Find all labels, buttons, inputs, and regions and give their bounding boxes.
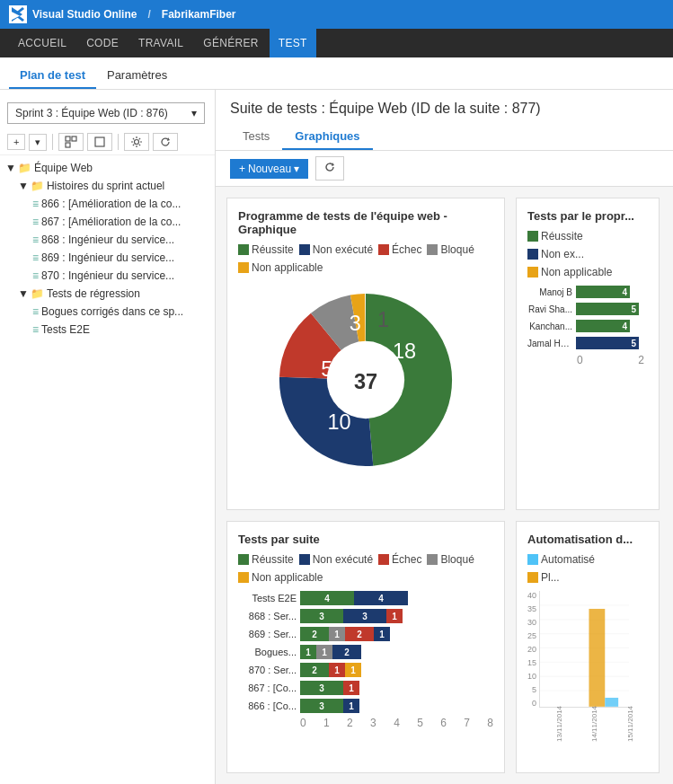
svg-rect-7 [95,137,104,146]
seg-red: 1 [343,681,359,695]
nav-travail[interactable]: TRAVAIL [129,29,192,57]
svg-text:5: 5 [321,357,332,381]
bar-legend-bloque: Bloqué [427,553,474,566]
axis-label-0: 0 [577,354,583,366]
legend-dot-y [238,572,249,583]
sprint-dropdown[interactable]: Sprint 3 : Équipe Web (ID : 876) ▾ [7,102,205,124]
tree-item-868[interactable]: ≡ 868 : Ingénieur du service... [0,231,215,249]
expand-icon: ▼ [5,162,16,174]
add-dropdown-btn[interactable]: ▾ [29,134,47,151]
collapse-btn[interactable] [87,133,112,151]
folder-icon: 📁 [31,180,44,192]
seg-navy: 1 [374,627,390,641]
vs-icon: ▶ [9,5,27,23]
tree-label: Histoires du sprint actuel [47,180,164,192]
subnav-plan-de-test[interactable]: Plan de test [9,63,96,89]
legend-label: Non applicable [541,266,612,278]
legend-dot-yellow [238,262,249,273]
legend-dot-orange-auto [527,572,538,583]
seg-navy: 3 [343,609,386,623]
owner-bar-val: 5 [631,304,636,314]
nav-code[interactable]: CODE [77,29,128,57]
refresh-btn[interactable] [153,133,178,151]
bar-label: 870 : Ser... [238,665,297,675]
bar-legend-reussite: Réussite [238,553,294,566]
tree-item-869[interactable]: ≡ 869 : Ingénieur du service... [0,249,215,267]
tree-item-e2e[interactable]: ≡ Tests E2E [0,321,215,339]
seg-gray: 1 [329,627,345,641]
seg-green: 4 [300,591,354,605]
seg-green: 3 [300,699,343,713]
refresh-button[interactable] [315,156,344,181]
legend-non-execute: Non exécuté [299,243,373,256]
tree-label: Tests de régression [47,287,140,300]
sidebar-toolbar: + ▾ [0,129,215,155]
svg-text:▶: ▶ [11,9,20,22]
content-title: Suite de tests : Équipe Web (ID de la su… [230,101,659,117]
nav-test[interactable]: TEST [270,29,316,57]
ownership-chart-title: Tests par le propr... [527,209,648,223]
donut-legend: Réussite Non exécuté Échec Bloqué [238,243,493,274]
owner-row-kanchan: Kanchan... 4 [527,320,648,332]
nav-bar: ACCUEIL CODE TRAVAIL GÉNÉRER TEST [0,29,673,57]
owner-bar: 5 [576,303,639,315]
bar-track: 3 1 [300,699,493,713]
axis-7: 7 [464,717,470,729]
legend-echec: Échec [378,243,421,256]
nav-generer[interactable]: GÉNÉRER [194,29,267,57]
bar-legend-echec: Échec [378,553,421,566]
owner-bar-val: 4 [622,287,627,297]
axis-0: 0 [300,717,306,729]
settings-btn[interactable] [124,133,149,151]
legend-non-ex-own: Non ex... [527,248,648,260]
tree-item-870[interactable]: ≡ 870 : Ingénieur du service... [0,267,215,285]
legend-label: Réussite [252,553,294,566]
tree-item-equipe-web[interactable]: ▼ 📁 Équipe Web [0,159,215,177]
owner-label: Jamal Ha... [527,339,572,348]
axis-2: 2 [347,717,353,729]
add-btn[interactable]: + [7,134,25,150]
nav-accueil[interactable]: ACCUEIL [9,29,75,57]
legend-label: Non exécuté [313,553,373,566]
legend-dot-g [238,554,249,565]
plus-icon: + [239,163,245,175]
axis-6: 6 [440,717,447,729]
owner-axis: 0 2 [527,354,644,366]
legend-dot-green-own [527,231,538,242]
new-button[interactable]: + Nouveau ▾ [230,159,308,179]
bar-track: 3 1 [300,681,493,695]
tree-item-histoires[interactable]: ▼ 📁 Histoires du sprint actuel [0,177,215,195]
bar-axis: 0 1 2 3 4 5 6 7 8 [238,717,493,729]
tree-item-866[interactable]: ≡ 866 : [Amélioration de la co... [0,195,215,213]
tree-label: 867 : [Amélioration de la co... [41,216,181,228]
seg-red: 1 [386,609,403,623]
subnav-parametres[interactable]: Paramètres [96,63,178,89]
owner-rows: Manoj B 4 Ravi Sha... 5 Kanchan... [527,286,648,349]
svg-text:10: 10 [328,410,351,434]
tab-tests[interactable]: Tests [230,124,282,150]
legend-dot-yellow-own [527,267,538,277]
legend-label: Échec [392,243,421,256]
axis-3: 3 [370,717,376,729]
legend-label: Non applicable [252,261,323,274]
tree-item-867[interactable]: ≡ 867 : [Amélioration de la co... [0,213,215,231]
owner-bar: 5 [576,337,639,349]
tab-graphiques[interactable]: Graphiques [282,124,372,150]
legend-label: Non applicable [252,571,323,584]
expand-btn[interactable] [58,133,84,151]
ownership-chart-card: Tests par le propr... Réussite Non ex...… [516,198,660,510]
seg-green: 3 [300,609,343,623]
tree-item-bogues[interactable]: ≡ Bogues corrigés dans ce sp... [0,303,215,321]
seg-green: 3 [300,681,343,695]
main-layout: Sprint 3 : Équipe Web (ID : 876) ▾ + ▾ [0,90,673,784]
file-icon: ≡ [32,198,39,210]
axis-1: 1 [323,717,330,729]
svg-rect-5 [72,137,76,141]
legend-reussite-own: Réussite [527,230,648,242]
svg-rect-6 [66,143,70,147]
legend-dot-gray [427,244,438,255]
donut-wrapper: 37 18 10 5 3 1 [238,281,493,479]
svg-text:3: 3 [350,312,361,335]
tree-item-regression[interactable]: ▼ 📁 Tests de régression [0,285,215,303]
owner-label: Ravi Sha... [527,304,572,314]
